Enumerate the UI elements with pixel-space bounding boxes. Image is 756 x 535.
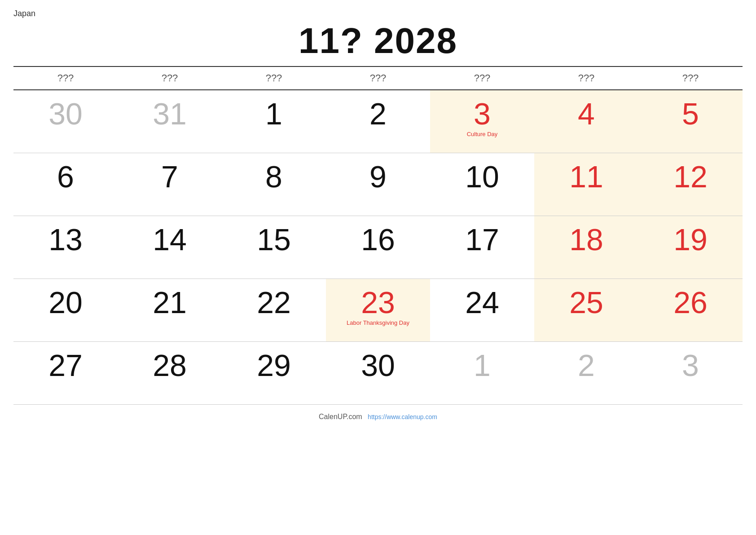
calendar-cell: 17	[430, 216, 534, 279]
website-link[interactable]: https://www.calenup.com	[368, 413, 437, 420]
calendar-cell: 21	[118, 279, 222, 341]
day-header: ???	[118, 66, 222, 90]
calendar-cell: 2	[326, 90, 430, 153]
date-number: 21	[122, 287, 217, 318]
date-number: 24	[435, 287, 530, 318]
calendar-week-row: 27282930123	[13, 341, 743, 404]
calendar-cell: 1	[222, 90, 326, 153]
day-header: ???	[430, 66, 534, 90]
date-number: 18	[539, 224, 634, 255]
calendar-cell: 28	[118, 341, 222, 404]
calendar-cell: 24	[430, 279, 534, 341]
calendar-week-row: 6789101112	[13, 153, 743, 216]
calendar-cell: 8	[222, 153, 326, 216]
calendar-cell: 19	[638, 216, 743, 279]
calendar-cell: 11	[534, 153, 638, 216]
date-number: 1	[435, 350, 530, 380]
date-number: 14	[122, 224, 217, 255]
date-number: 25	[539, 287, 634, 318]
calendar-cell: 18	[534, 216, 638, 279]
day-header: ???	[534, 66, 638, 90]
calendar-cell: 26	[638, 279, 743, 341]
date-number: 9	[330, 161, 426, 192]
holiday-label: Culture Day	[435, 131, 530, 137]
date-number: 27	[18, 350, 113, 380]
calendar-cell: 30	[326, 341, 430, 404]
calendar-cell: 29	[222, 341, 326, 404]
date-number: 2	[330, 98, 426, 129]
date-number: 3	[643, 350, 738, 380]
calendar-cell: 6	[13, 153, 118, 216]
date-number: 8	[226, 161, 321, 192]
day-header: ???	[326, 66, 430, 90]
calendar-cell: 23Labor Thanksgiving Day	[326, 279, 430, 341]
date-number: 6	[18, 161, 113, 192]
date-number: 23	[330, 287, 426, 318]
date-number: 4	[539, 98, 634, 129]
calendar-cell: 20	[13, 279, 118, 341]
calendar-table: ????????????????????? 3031123Culture Day…	[13, 66, 743, 405]
country-label: Japan	[13, 9, 743, 18]
date-number: 22	[226, 287, 321, 318]
holiday-label: Labor Thanksgiving Day	[330, 319, 426, 326]
calendar-cell: 3	[638, 341, 743, 404]
calendar-cell: 16	[326, 216, 430, 279]
day-header: ???	[13, 66, 118, 90]
calendar-week-row: 13141516171819	[13, 216, 743, 279]
calendar-cell: 22	[222, 279, 326, 341]
calendar-cell: 12	[638, 153, 743, 216]
calendar-cell: 25	[534, 279, 638, 341]
calendar-cell: 4	[534, 90, 638, 153]
calendar-cell: 2	[534, 341, 638, 404]
date-number: 2	[539, 350, 634, 380]
date-number: 12	[643, 161, 738, 192]
calendar-week-row: 3031123Culture Day45	[13, 90, 743, 153]
date-number: 7	[122, 161, 217, 192]
calendar-cell: 9	[326, 153, 430, 216]
date-number: 5	[643, 98, 738, 129]
brand-label: CalenUP.com	[319, 413, 362, 420]
date-number: 30	[18, 98, 113, 129]
date-number: 11	[539, 161, 634, 192]
date-number: 10	[435, 161, 530, 192]
calendar-week-row: 20212223Labor Thanksgiving Day242526	[13, 279, 743, 341]
date-number: 26	[643, 287, 738, 318]
calendar-cell: 5	[638, 90, 743, 153]
date-number: 17	[435, 224, 530, 255]
calendar-cell: 3Culture Day	[430, 90, 534, 153]
calendar-cell: 7	[118, 153, 222, 216]
day-header: ???	[638, 66, 743, 90]
calendar-cell: 14	[118, 216, 222, 279]
calendar-cell: 10	[430, 153, 534, 216]
date-number: 13	[18, 224, 113, 255]
date-number: 19	[643, 224, 738, 255]
date-number: 20	[18, 287, 113, 318]
date-number: 28	[122, 350, 217, 380]
day-header: ???	[222, 66, 326, 90]
calendar-cell: 1	[430, 341, 534, 404]
footer: CalenUP.com https://www.calenup.com	[13, 413, 743, 421]
date-number: 15	[226, 224, 321, 255]
date-number: 31	[122, 98, 217, 129]
date-number: 30	[330, 350, 426, 380]
calendar-title: 11? 2028	[13, 20, 743, 62]
calendar-cell: 30	[13, 90, 118, 153]
calendar-cell: 31	[118, 90, 222, 153]
calendar-cell: 27	[13, 341, 118, 404]
date-number: 3	[435, 98, 530, 129]
date-number: 29	[226, 350, 321, 380]
calendar-cell: 13	[13, 216, 118, 279]
date-number: 1	[226, 98, 321, 129]
calendar-cell: 15	[222, 216, 326, 279]
date-number: 16	[330, 224, 426, 255]
